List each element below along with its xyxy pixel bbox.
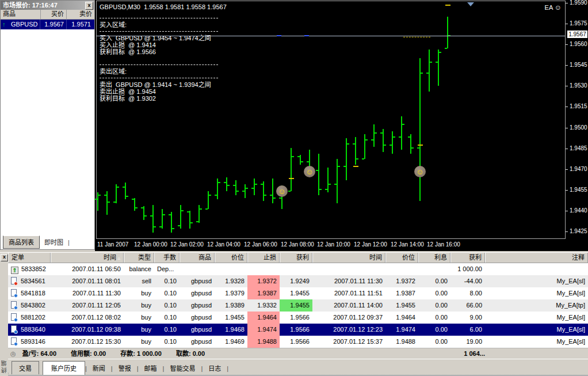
cell: buy — [124, 299, 154, 312]
column-header-注释[interactable]: 注释 — [485, 253, 588, 263]
cell: 1.9469 — [215, 336, 247, 348]
table-row-order-5834561[interactable]: 58345612007.01.11 08:01sell0.10gbpusd1.9… — [8, 275, 588, 287]
cell — [385, 263, 418, 275]
close-icon[interactable]: x — [1, 254, 8, 261]
status-dot-icon: ◎ — [10, 350, 16, 357]
tab-新闻[interactable]: 新闻 — [87, 362, 111, 374]
price-tick-label: 1.9530 — [570, 82, 587, 89]
close-tick — [163, 214, 165, 215]
cell: 2007.01.11 06:50 — [51, 263, 124, 275]
close-tick — [117, 187, 119, 188]
price-tick-label: 1.9425 — [570, 228, 587, 234]
table-row-order-5893146[interactable]: 58931462007.01.12 15:30buy0.10gbpusd1.94… — [8, 336, 588, 348]
current-price-badge: 1.9567 — [567, 31, 587, 38]
time-tick-label: 12 Jan 10:00 — [317, 241, 350, 248]
tab-警报[interactable]: 警报 — [113, 362, 137, 374]
table-row-order-5883640[interactable]: 58836402007.01.12 09:38buy0.10gbpusd1.94… — [8, 324, 588, 336]
tab-symbol-list[interactable]: 商品列表 — [3, 236, 40, 249]
price-tick-label: 1.9440 — [570, 207, 587, 214]
trade-smiley-marker: ☺ — [276, 185, 288, 197]
column-header-ask[interactable]: 卖价 — [67, 10, 94, 19]
column-header-商品[interactable]: 商品 — [180, 253, 215, 263]
cell: 1.9387 — [247, 287, 280, 299]
column-header-手数[interactable]: 手数 — [154, 253, 180, 263]
table-row-order-5833852[interactable]: ⇑58338522007.01.11 06:50balanceDep...1 0… — [8, 263, 588, 275]
open-tick — [408, 136, 410, 138]
cell: My_EA[tp] — [485, 299, 588, 312]
ohlc-bar — [171, 212, 172, 233]
cell: 1.9372 — [385, 275, 418, 287]
column-header-时间[interactable]: 时间 ▵ — [51, 253, 124, 263]
column-header-获利[interactable]: 获利 — [450, 253, 485, 263]
tab-邮箱[interactable]: 邮箱 — [139, 362, 163, 374]
price-tick-mark — [566, 231, 568, 232]
market-watch-titlebar[interactable]: 市场报价: 17:16:47 x — [1, 1, 94, 10]
cell: 0.00 — [418, 287, 450, 299]
table-row-order-5843802[interactable]: 58438022007.01.11 12:05buy0.10gbpusd1.93… — [8, 299, 588, 312]
cell: 0.00 — [418, 336, 450, 348]
close-tick — [126, 196, 128, 197]
table-row-order-5841818[interactable]: 58418182007.01.11 11:30buy0.10gbpusd1.93… — [8, 287, 588, 299]
time-axis[interactable]: 11 Jan 200712 Jan 00:0012 Jan 02:0012 Ja… — [96, 240, 566, 250]
price-tick-label: 1.9455 — [570, 187, 587, 193]
column-header-价位[interactable]: 价位 — [215, 253, 247, 263]
annotation-line: 卖出 GBPUSD @ 1.9414 ~ 1.9394之间 — [100, 81, 218, 88]
cell: gbpusd — [180, 336, 215, 348]
close-tick — [402, 124, 404, 125]
account-history-table: 定单时间 ▵类型手数商品价位止损获利时间价位利息获利注释 ⇑5833852200… — [8, 253, 588, 376]
tab-日志[interactable]: 日志 — [203, 362, 227, 374]
open-tick — [445, 48, 447, 49]
column-header-时间[interactable]: 时间 — [312, 253, 385, 263]
column-header-价位[interactable]: 价位 — [385, 253, 418, 263]
cell: 2007.01.11 14:00 — [312, 299, 385, 312]
column-header-获利[interactable]: 获利 — [280, 253, 312, 263]
open-tick — [178, 225, 180, 226]
open-tick — [242, 191, 245, 192]
column-header-止损[interactable]: 止损 — [247, 253, 280, 263]
sort-ascending-icon: ▵ — [116, 255, 120, 261]
column-header-bid[interactable]: 买价 — [41, 10, 67, 19]
column-header-symbol[interactable]: 商品 — [1, 10, 41, 19]
tab-账户历史[interactable]: 账户历史 — [43, 361, 85, 375]
tab-智能交易[interactable]: 智能交易 — [164, 362, 201, 374]
close-tick — [255, 184, 257, 185]
open-tick — [113, 202, 116, 203]
close-tick — [246, 188, 248, 189]
market-watch-row-gbpusd[interactable]: ↑GBPUSD1.95671.9571 — [1, 20, 94, 29]
price-tick-mark — [566, 86, 568, 86]
close-tick — [384, 145, 386, 146]
column-header-类型[interactable]: 类型 — [124, 253, 154, 263]
ohlc-bar — [245, 184, 246, 198]
tab-交易[interactable]: 交易 — [12, 361, 39, 374]
cell: 1.9387 — [385, 287, 418, 299]
credit-value: 0.00 — [94, 350, 106, 357]
close-tick — [421, 73, 423, 74]
price-axis[interactable]: 1.95901.95751.95601.95451.95301.95151.95… — [566, 0, 588, 251]
ea-comment-block: 买入区域: 买入 GBPUSD @ 1.9454 ~ 1.9474之间买入止损 … — [100, 15, 218, 102]
cell: 2007.01.11 11:30 — [312, 275, 385, 287]
table-row-order-5881202[interactable]: 58812022007.01.12 08:02buy0.10gbpusd1.94… — [8, 312, 588, 324]
open-tick — [132, 199, 134, 200]
column-header-利息[interactable]: 利息 — [418, 253, 450, 263]
yellow-dash-marker — [353, 166, 358, 167]
market-watch-title: 市场报价: 17:16:47 — [3, 2, 58, 9]
tab-tick-chart[interactable]: 即时图 — [40, 236, 68, 248]
price-tick-mark — [566, 44, 568, 45]
pl-value: 64.00 — [40, 350, 56, 357]
ohlc-bar — [189, 211, 190, 229]
price-tick-label: 1.9515 — [570, 103, 587, 109]
close-icon[interactable]: x — [85, 2, 93, 10]
deposit-arrow-icon: ⇑ — [11, 267, 18, 274]
price-tick-label: 1.9470 — [570, 166, 587, 172]
cell: 1.9389 — [215, 299, 247, 312]
chart-plot-area[interactable]: GBPUSD,M30 1.9558 1.9581 1.9558 1.9567 E… — [96, 1, 566, 239]
cell: My_EA[sl] — [485, 312, 588, 324]
ohlc-bar — [134, 198, 135, 211]
close-tick — [264, 195, 266, 196]
column-header-定单[interactable]: 定单 — [8, 253, 51, 263]
open-tick — [270, 195, 272, 196]
price-tick-mark — [566, 169, 568, 170]
close-tick — [144, 215, 147, 217]
annotation-line: 卖出止损 @ 1.9454 — [100, 88, 218, 95]
order-id-cell: 5883640 — [8, 324, 51, 336]
